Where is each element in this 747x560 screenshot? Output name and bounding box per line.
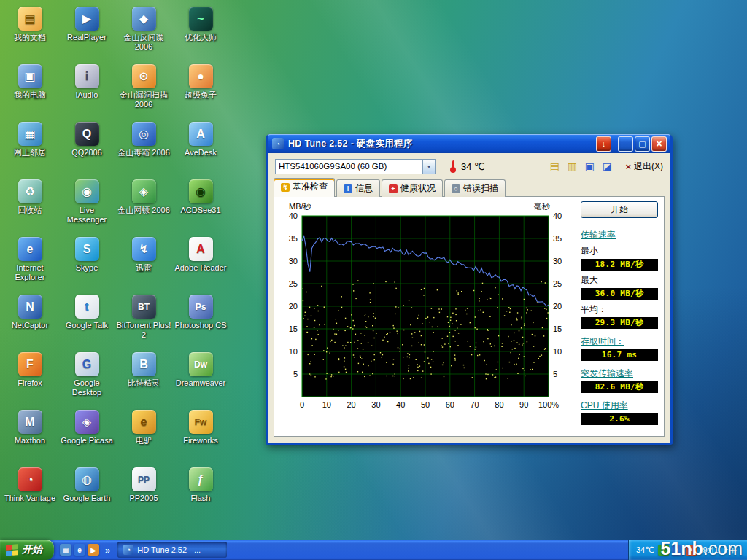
desktop-icon-firefox[interactable]: FFirefox <box>1 349 58 406</box>
desktop-icon-label: 比特精灵 <box>128 378 160 388</box>
drive-select[interactable]: HTS541060G9SA00 (60 GB) ▼ <box>275 159 436 174</box>
copy-screenshot-icon[interactable]: ▥ <box>564 158 580 174</box>
desktop-icon-skype[interactable]: SSkype <box>58 233 115 291</box>
desktop-icon-label: AveDesk <box>185 148 217 158</box>
desktop-icon-kingsoft-firewall[interactable]: ◈金山网镖 2006 <box>115 176 172 233</box>
desktop-icon-google-earth[interactable]: ◍Google Earth <box>58 464 115 521</box>
close-button[interactable]: × <box>651 136 667 152</box>
google-picasa-icon: ◈ <box>75 410 99 434</box>
start-button[interactable]: 开始 <box>581 201 658 218</box>
svg-text:80: 80 <box>495 400 503 409</box>
start-label: 开始 <box>22 543 42 556</box>
desktop-icon-avedesk[interactable]: AAveDesk <box>172 118 229 176</box>
desktop-icon-thunder[interactable]: ↯迅雷 <box>115 233 172 291</box>
desktop-icon-label: Maxthon <box>15 436 45 446</box>
desktop-icon-label: BitTorrent Plus! 2 <box>116 321 171 340</box>
desktop-icon-pp2005[interactable]: PPPP2005 <box>115 464 172 521</box>
stay-on-top-button[interactable]: ↓ <box>596 136 611 152</box>
media-player-quicklaunch-icon[interactable]: ▶ <box>88 544 99 556</box>
desktop-icon-super-rabbit[interactable]: ●超级兔子 <box>172 61 229 118</box>
monitor-tray-icon[interactable]: ● <box>686 545 697 556</box>
title-bar[interactable]: ◔ HD Tune 2.52 - 硬盘实用程序 ↓ ─ ▢ × <box>268 134 670 153</box>
volume-tray-icon[interactable]: ♪ <box>672 545 683 556</box>
desktop-icon-label: Google Desktop <box>59 378 115 397</box>
desktop-icon-label: Think Vantage <box>4 494 55 503</box>
desktop-icon-network-places[interactable]: ▦网上邻居 <box>1 118 58 176</box>
desktop-icon-netcaptor[interactable]: NNetCaptor <box>1 291 58 349</box>
tab-info[interactable]: i信息 <box>336 179 380 197</box>
tab-health[interactable]: +健康状况 <box>382 179 443 197</box>
desktop-icon-fireworks[interactable]: FwFireworks <box>172 406 229 464</box>
copy-text-icon[interactable]: ▤ <box>546 158 562 174</box>
desktop-icon-qq2006[interactable]: QQQ2006 <box>58 118 115 176</box>
desktop-icon-recycle-bin[interactable]: ♻回收站 <box>1 176 58 233</box>
desktop-icon-edonkey[interactable]: e电驴 <box>115 406 172 464</box>
desktop-icon-kingsoft-antispy[interactable]: ◆金山反间谍 2006 <box>115 3 172 61</box>
desktop-icon-my-computer[interactable]: ▣我的电脑 <box>1 61 58 118</box>
exit-button[interactable]: × 退出(X) <box>625 160 663 173</box>
desktop-icon-label: 迅雷 <box>136 263 152 273</box>
maximize-button[interactable]: ▢ <box>635 136 650 152</box>
benchmark-chart: MB/秒毫秒5510101515202025253030353540400102… <box>276 200 575 419</box>
tray-temperature: 34℃ <box>636 545 654 555</box>
flash-icon: ƒ <box>189 467 213 491</box>
desktop-icon-bittorrent-plus[interactable]: BTBitTorrent Plus! 2 <box>115 291 172 349</box>
kingsoft-antivirus-icon: ◎ <box>132 122 156 146</box>
desktop-icon-label: 我的文档 <box>14 33 46 42</box>
avg-value: 29.3 MB/秒 <box>581 317 658 329</box>
tab-benchmark[interactable]: ↯基准检查 <box>274 178 335 197</box>
tab-label: 健康状况 <box>400 182 436 195</box>
tab-error-scan[interactable]: ○错误扫描 <box>444 179 506 197</box>
desktop-icon-kingsoft-antivirus[interactable]: ◎金山毒霸 2006 <box>115 118 172 176</box>
desktop-icon-flash[interactable]: ƒFlash <box>172 464 229 521</box>
recycle-bin-icon: ♻ <box>18 179 42 203</box>
internet-explorer-quicklaunch-icon[interactable]: e <box>74 544 85 556</box>
desktop-icon-acdsee[interactable]: ◉ACDSee31 <box>172 176 229 233</box>
desktop-icon-label: PP2005 <box>129 494 158 503</box>
desktop-icon-my-documents[interactable]: ▤我的文档 <box>1 3 58 61</box>
bittorrent-plus-icon: BT <box>132 295 156 319</box>
desktop-icon-think-vantage[interactable]: ◔Think Vantage <box>1 464 58 521</box>
start-button-taskbar[interactable]: 开始 <box>0 540 54 560</box>
error-scan-icon: ○ <box>452 184 460 193</box>
desktop-icon-realplayer[interactable]: ▶RealPlayer <box>58 3 115 61</box>
super-rabbit-icon: ● <box>189 64 213 88</box>
show-desktop-icon[interactable]: ▦ <box>60 544 71 556</box>
svg-text:30: 30 <box>553 257 562 265</box>
desktop-icon-dreamweaver[interactable]: DwDreamweaver <box>172 349 229 406</box>
save-icon[interactable]: ▣ <box>581 158 597 174</box>
svg-text:20: 20 <box>289 302 298 311</box>
desktop-icon-maxthon[interactable]: MMaxthon <box>1 406 58 464</box>
desktop-icon-youhua-dashi[interactable]: ~优化大师 <box>172 3 229 61</box>
desktop-icon-internet-explorer[interactable]: eInternet Explorer <box>1 233 58 291</box>
desktop-icon-live-messenger[interactable]: ◉Live Messenger <box>58 176 115 233</box>
desktop-icon-label: Google Earth <box>63 494 111 503</box>
taskbar-task-hdtune[interactable]: ◔ HD Tune 2.52 - ... <box>117 542 227 558</box>
desktop-icon-label: 网上邻居 <box>14 148 46 158</box>
desktop-icon-bitspirit[interactable]: B比特精灵 <box>115 349 172 406</box>
desktop-icon-label: NetCaptor <box>12 321 48 330</box>
desktop-icon-kingsoft-scan[interactable]: ⊙金山漏洞扫描 2006 <box>115 61 172 118</box>
desktop-icon-photoshop-cs[interactable]: PsPhotoshop CS <box>172 291 229 349</box>
window-controls: ↓ ─ ▢ × <box>596 136 667 152</box>
hdtune-app-icon: ◔ <box>272 138 284 149</box>
desktop-icon-label: 超级兔子 <box>185 90 217 100</box>
svg-text:50: 50 <box>421 400 430 409</box>
svg-text:70: 70 <box>470 400 479 409</box>
desktop-icon-google-talk[interactable]: tGoogle Talk <box>58 291 115 349</box>
hdtune-window: ◔ HD Tune 2.52 - 硬盘实用程序 ↓ ─ ▢ × HTS54106… <box>266 134 673 445</box>
benchmark-panel: MB/秒毫秒5510101515202025253030353540400102… <box>274 196 665 437</box>
desktop-icon-adobe-reader[interactable]: AAdobe Reader <box>172 233 229 291</box>
antivirus-tray-icon[interactable]: + <box>658 545 669 556</box>
save-sound-icon[interactable]: ◪ <box>599 158 615 174</box>
minimize-button[interactable]: ─ <box>618 136 633 152</box>
desktop-icon-google-picasa[interactable]: ◈Google Picasa <box>58 406 115 464</box>
quick-launch-overflow-chevron[interactable]: » <box>102 545 113 556</box>
chevron-down-icon[interactable]: ▼ <box>422 160 435 174</box>
desktop-icon-google-desktop[interactable]: GGoogle Desktop <box>58 349 115 406</box>
desktop-icon-iaudio[interactable]: iiAudio <box>58 61 115 118</box>
svg-text:5: 5 <box>553 370 557 378</box>
desktop-icon-label: Google Talk <box>66 321 108 330</box>
cpu-usage-value: 2.6% <box>581 413 658 425</box>
think-vantage-icon: ◔ <box>18 467 42 491</box>
